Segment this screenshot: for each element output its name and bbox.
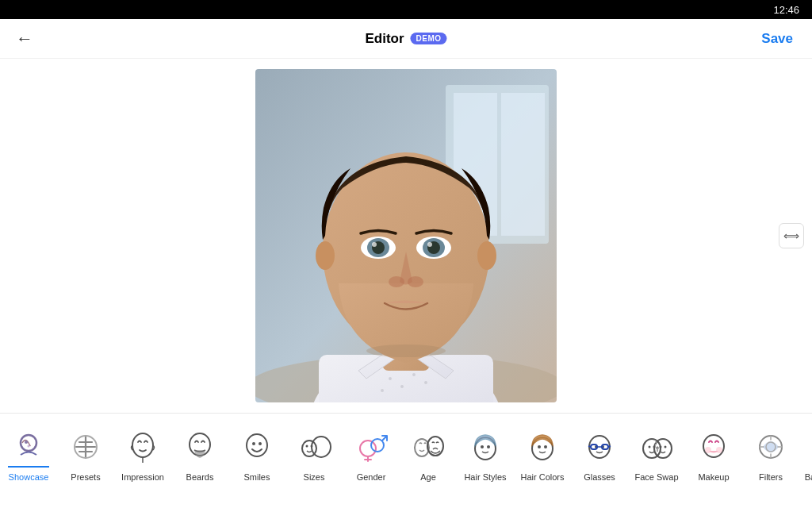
tool-label-face-swap: Face Swap — [634, 472, 678, 482]
expand-icon: ⟺ — [783, 229, 799, 242]
back-button[interactable]: ← — [13, 25, 36, 52]
status-time: 12:46 — [773, 4, 799, 16]
svg-point-62 — [705, 447, 711, 453]
svg-point-38 — [306, 445, 308, 448]
tool-label-impression: Impression — [121, 472, 164, 482]
tool-item-hair-colors[interactable]: Hair Colors — [514, 421, 571, 487]
svg-point-59 — [660, 446, 662, 448]
svg-point-33 — [247, 434, 267, 456]
face-image — [255, 69, 557, 402]
tool-item-gender[interactable]: Gender — [343, 421, 400, 487]
svg-point-18 — [427, 242, 432, 247]
tool-icon-smiles — [236, 426, 278, 468]
tool-icon-hair-styles — [465, 426, 506, 468]
tool-icon-gender — [350, 426, 392, 468]
svg-point-19 — [389, 276, 404, 287]
tool-item-background[interactable]: Background — [799, 421, 812, 487]
svg-rect-3 — [501, 93, 545, 236]
tool-icon-sizes — [293, 426, 335, 468]
svg-point-58 — [653, 446, 656, 448]
tool-icon-face-swap — [636, 426, 677, 468]
header-title: Editor — [365, 31, 404, 47]
svg-point-40 — [360, 441, 376, 456]
svg-point-37 — [312, 437, 331, 457]
svg-point-49 — [544, 445, 547, 448]
tool-label-beards: Beards — [186, 472, 214, 482]
header: ← Editor DEMO Save — [0, 19, 812, 59]
svg-point-23 — [400, 385, 404, 388]
content-area: ⟺ — [0, 59, 812, 413]
svg-point-26 — [381, 389, 384, 392]
tool-icon-beards — [179, 426, 220, 468]
tool-item-smiles[interactable]: Smiles — [228, 421, 285, 487]
svg-point-57 — [649, 446, 651, 448]
tool-label-hair-colors: Hair Colors — [520, 472, 564, 482]
tool-label-glasses: Glasses — [584, 472, 615, 482]
tool-item-beards[interactable]: Beards — [171, 421, 228, 487]
tool-label-makeup: Makeup — [698, 472, 729, 482]
demo-badge: DEMO — [411, 33, 447, 44]
svg-point-46 — [487, 445, 490, 448]
tool-label-presets: Presets — [71, 472, 100, 482]
photo-container — [255, 69, 557, 402]
tool-label-gender: Gender — [357, 472, 386, 482]
tool-icon-presets — [65, 426, 106, 468]
tool-icon-makeup — [693, 426, 734, 468]
tool-icon-showcase — [8, 426, 49, 468]
save-button[interactable]: Save — [755, 28, 799, 50]
tool-label-age: Age — [420, 472, 436, 482]
tool-icon-background — [807, 426, 812, 468]
tool-item-hair-styles[interactable]: Hair Styles — [457, 421, 514, 487]
tool-label-sizes: Sizes — [304, 472, 325, 482]
svg-point-22 — [389, 377, 392, 380]
tool-item-sizes[interactable]: Sizes — [285, 421, 343, 487]
tool-label-background: Background — [805, 472, 812, 482]
expand-button[interactable]: ⟺ — [779, 223, 804, 248]
svg-point-20 — [408, 276, 423, 287]
svg-point-34 — [252, 442, 255, 445]
tool-label-hair-styles: Hair Styles — [464, 472, 506, 482]
svg-point-61 — [703, 435, 724, 457]
tool-icon-glasses — [579, 426, 620, 468]
tool-item-face-swap[interactable]: Face Swap — [628, 421, 685, 487]
tool-icon-hair-colors — [522, 426, 563, 468]
tool-item-showcase[interactable]: Showcase — [0, 421, 57, 487]
tool-icon-impression — [122, 426, 163, 468]
tool-item-glasses[interactable]: Glasses — [571, 421, 628, 487]
svg-point-24 — [412, 373, 416, 376]
tool-item-age[interactable]: Age — [400, 421, 457, 487]
svg-point-60 — [665, 446, 667, 448]
svg-point-35 — [259, 442, 262, 445]
svg-point-21 — [366, 344, 446, 357]
tool-item-presets[interactable]: Presets — [57, 421, 114, 487]
header-center: Editor DEMO — [365, 31, 446, 47]
svg-point-63 — [716, 447, 722, 453]
svg-point-14 — [372, 242, 377, 247]
svg-point-31 — [132, 433, 153, 457]
status-bar: 12:46 — [0, 0, 812, 19]
svg-point-29 — [28, 445, 30, 448]
tool-item-impression[interactable]: Impression — [114, 421, 171, 487]
svg-point-39 — [311, 445, 313, 448]
svg-point-48 — [538, 445, 541, 448]
svg-point-45 — [481, 445, 484, 448]
tool-item-makeup[interactable]: Makeup — [685, 421, 742, 487]
svg-point-25 — [424, 381, 427, 384]
tool-item-filters[interactable]: Filters — [742, 421, 799, 487]
svg-point-10 — [477, 241, 496, 270]
tool-label-smiles: Smiles — [243, 472, 270, 482]
toolbar: Showcase Presets Impression Beards Smile… — [0, 413, 812, 508]
tool-label-filters: Filters — [759, 472, 783, 482]
main-container: ← Editor DEMO Save — [0, 19, 812, 508]
tool-icon-age — [408, 426, 449, 468]
svg-point-28 — [25, 441, 28, 444]
svg-point-9 — [316, 241, 335, 270]
tool-label-showcase: Showcase — [9, 472, 49, 482]
tool-icon-filters — [750, 426, 791, 468]
